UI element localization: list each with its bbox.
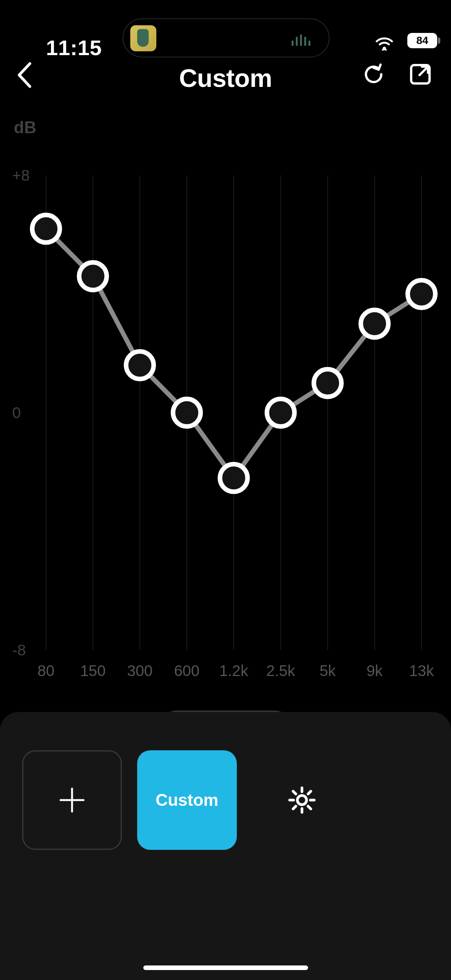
- header: Custom: [0, 45, 451, 103]
- svg-point-19: [297, 795, 307, 805]
- x-tick: 13k: [409, 662, 434, 679]
- eq-band-handle[interactable]: [314, 369, 341, 397]
- eq-band-handle[interactable]: [79, 263, 107, 290]
- preset-panel: Custom: [0, 712, 451, 980]
- status-bar: 11:15 84: [0, 0, 451, 45]
- gear-icon: [288, 786, 316, 814]
- x-tick: 600: [174, 662, 200, 679]
- x-axis-ticks: 801503006001.2k2.5k5k9k13k: [0, 662, 451, 685]
- reset-button[interactable]: [361, 62, 386, 88]
- add-preset-button[interactable]: [22, 750, 122, 850]
- eq-band-handle[interactable]: [220, 464, 248, 492]
- eq-band-handle[interactable]: [32, 215, 60, 243]
- eq-band-handle[interactable]: [408, 280, 435, 308]
- eq-band-handle[interactable]: [126, 351, 154, 379]
- eq-band-handle[interactable]: [173, 399, 201, 426]
- eq-band-handle[interactable]: [361, 310, 389, 338]
- x-tick: 150: [80, 662, 106, 679]
- svg-line-25: [308, 806, 311, 809]
- home-indicator[interactable]: [143, 965, 308, 970]
- svg-line-24: [293, 791, 296, 794]
- svg-line-26: [293, 806, 296, 809]
- x-tick: 80: [38, 662, 55, 679]
- plus-icon: [57, 785, 87, 815]
- svg-line-27: [308, 791, 311, 794]
- preset-label: Custom: [156, 791, 218, 810]
- x-tick: 300: [127, 662, 153, 679]
- audio-bars-icon: [292, 34, 310, 46]
- eq-band-handle[interactable]: [267, 399, 295, 426]
- x-tick: 5k: [320, 662, 336, 679]
- x-tick: 1.2k: [219, 662, 248, 679]
- preset-custom[interactable]: Custom: [137, 750, 237, 850]
- equalizer-chart[interactable]: dB +80-8 801503006001.2k2.5k5k9k13k: [0, 103, 451, 704]
- preset-settings-button[interactable]: [252, 750, 352, 850]
- x-tick: 9k: [366, 662, 382, 679]
- x-tick: 2.5k: [266, 662, 295, 679]
- share-button[interactable]: [408, 62, 433, 88]
